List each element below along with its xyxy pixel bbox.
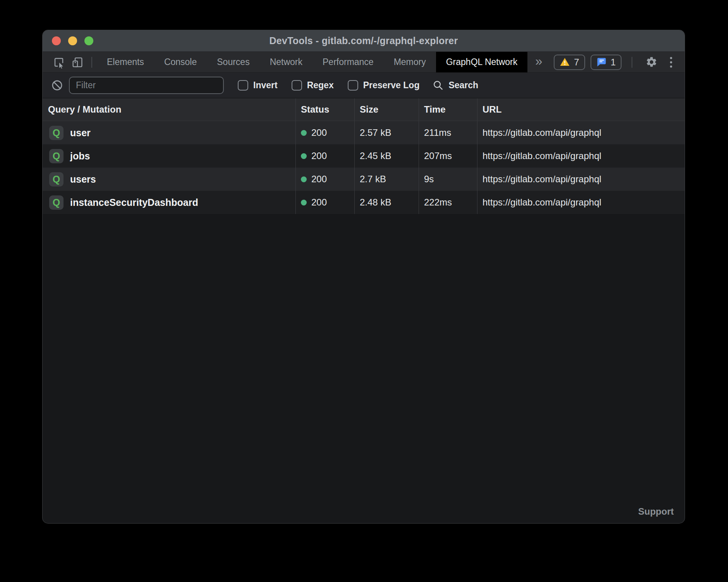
panel-empty-area: Support bbox=[43, 214, 685, 523]
status-code: 200 bbox=[311, 174, 327, 185]
status-code: 200 bbox=[311, 197, 327, 208]
more-options-button[interactable] bbox=[666, 56, 676, 69]
search-toggle[interactable]: Search bbox=[433, 80, 478, 91]
inspect-element-button[interactable] bbox=[50, 52, 68, 72]
settings-button[interactable] bbox=[642, 56, 661, 68]
col-header-url[interactable]: URL bbox=[477, 98, 685, 121]
more-vert-icon bbox=[669, 56, 673, 69]
table-row-instancesecuritydashboard[interactable]: Q instanceSecurityDashboard 200 2.48 kB … bbox=[43, 191, 685, 214]
checkbox-preserve-log[interactable]: Preserve Log bbox=[348, 80, 420, 91]
support-link[interactable]: Support bbox=[638, 506, 674, 517]
checkbox-invert[interactable]: Invert bbox=[238, 80, 278, 91]
time-value: 207ms bbox=[424, 151, 452, 161]
query-name: instanceSecurityDashboard bbox=[70, 197, 198, 208]
filter-input[interactable] bbox=[69, 77, 224, 94]
gear-icon bbox=[646, 56, 658, 68]
col-header-size[interactable]: Size bbox=[355, 98, 419, 121]
time-value: 222ms bbox=[424, 197, 452, 208]
tab-network[interactable]: Network bbox=[260, 52, 312, 72]
url-value: https://gitlab.com/api/graphql bbox=[482, 174, 601, 185]
block-icon bbox=[51, 79, 63, 91]
search-label: Search bbox=[448, 80, 478, 91]
minimize-button[interactable] bbox=[68, 36, 77, 45]
checkbox-label: Invert bbox=[253, 80, 278, 91]
issues-count: 1 bbox=[611, 57, 616, 68]
size-value: 2.48 kB bbox=[360, 197, 391, 208]
tab-performance[interactable]: Performance bbox=[312, 52, 384, 72]
filter-bar: Invert Regex Preserve Log Search bbox=[43, 73, 685, 98]
devtools-window: DevTools - gitlab.com/-/graphql-explorer… bbox=[43, 30, 685, 523]
query-type-letter: Q bbox=[53, 151, 60, 162]
checkbox-input[interactable] bbox=[348, 80, 358, 91]
tab-elements[interactable]: Elements bbox=[97, 52, 154, 72]
toggle-device-toolbar-button[interactable] bbox=[68, 52, 87, 72]
toolbar-right: 7 1 bbox=[554, 52, 685, 72]
inspect-icon bbox=[53, 56, 65, 68]
search-icon bbox=[433, 80, 444, 91]
tab-memory[interactable]: Memory bbox=[384, 52, 436, 72]
checkbox-input[interactable] bbox=[238, 80, 248, 91]
query-type-letter: Q bbox=[53, 174, 60, 185]
tab-console[interactable]: Console bbox=[154, 52, 207, 72]
table-row-user[interactable]: Q user 200 2.57 kB 211ms https://gitlab.… bbox=[43, 121, 685, 144]
query-type-badge: Q bbox=[49, 172, 64, 187]
size-value: 2.57 kB bbox=[360, 127, 391, 138]
checkbox-regex[interactable]: Regex bbox=[292, 80, 334, 91]
traffic-lights bbox=[52, 30, 93, 51]
table-header: Query / Mutation Status Size Time URL bbox=[43, 98, 685, 121]
query-name: jobs bbox=[70, 151, 90, 162]
status-ok-dot bbox=[301, 153, 307, 159]
checkbox-label: Regex bbox=[307, 80, 334, 91]
status-ok-dot bbox=[301, 130, 307, 136]
window-title: DevTools - gitlab.com/-/graphql-explorer bbox=[270, 35, 458, 46]
titlebar: DevTools - gitlab.com/-/graphql-explorer bbox=[43, 30, 685, 52]
status-ok-dot bbox=[301, 200, 307, 205]
query-type-letter: Q bbox=[53, 127, 60, 139]
status-code: 200 bbox=[311, 151, 327, 161]
query-name: user bbox=[70, 127, 91, 139]
device-toolbar-icon bbox=[71, 56, 84, 68]
size-value: 2.7 kB bbox=[360, 174, 386, 185]
url-value: https://gitlab.com/api/graphql bbox=[482, 151, 601, 161]
col-header-time[interactable]: Time bbox=[419, 98, 477, 121]
message-bubble-icon bbox=[596, 57, 607, 67]
size-value: 2.45 kB bbox=[360, 151, 391, 161]
col-header-status[interactable]: Status bbox=[296, 98, 355, 121]
more-tabs-button[interactable]: » bbox=[527, 52, 550, 72]
table-row-users[interactable]: Q users 200 2.7 kB 9s https://gitlab.com… bbox=[43, 168, 685, 191]
query-type-badge: Q bbox=[49, 126, 64, 140]
col-header-query-mutation[interactable]: Query / Mutation bbox=[43, 98, 296, 121]
checkbox-input[interactable] bbox=[292, 80, 302, 91]
issues-button[interactable]: 1 bbox=[591, 55, 622, 70]
request-list: Q user 200 2.57 kB 211ms https://gitlab.… bbox=[43, 121, 685, 214]
query-type-letter: Q bbox=[53, 197, 60, 208]
clear-filter-button[interactable] bbox=[51, 79, 63, 91]
zoom-button[interactable] bbox=[84, 36, 93, 45]
query-type-badge: Q bbox=[49, 149, 64, 163]
toolbar-divider bbox=[91, 57, 92, 68]
warning-triangle-icon bbox=[560, 57, 570, 67]
table-row-jobs[interactable]: Q jobs 200 2.45 kB 207ms https://gitlab.… bbox=[43, 144, 685, 168]
warnings-button[interactable]: 7 bbox=[554, 55, 585, 70]
tab-sources[interactable]: Sources bbox=[207, 52, 259, 72]
status-ok-dot bbox=[301, 176, 307, 182]
status-code: 200 bbox=[311, 127, 327, 138]
close-button[interactable] bbox=[52, 36, 61, 45]
checkbox-label: Preserve Log bbox=[363, 80, 420, 91]
tab-strip: ElementsConsoleSourcesNetworkPerformance… bbox=[97, 52, 527, 72]
devtools-toolbar: ElementsConsoleSourcesNetworkPerformance… bbox=[43, 52, 685, 73]
warnings-count: 7 bbox=[574, 57, 579, 68]
url-value: https://gitlab.com/api/graphql bbox=[482, 197, 601, 208]
time-value: 9s bbox=[424, 174, 434, 185]
time-value: 211ms bbox=[424, 127, 451, 138]
chevron-double-icon: » bbox=[535, 55, 542, 67]
tab-graphql-network[interactable]: GraphQL Network bbox=[436, 52, 528, 72]
url-value: https://gitlab.com/api/graphql bbox=[482, 127, 601, 138]
query-name: users bbox=[70, 174, 96, 185]
filter-checkboxes: Invert Regex Preserve Log bbox=[224, 80, 419, 91]
toolbar-divider bbox=[632, 57, 632, 68]
query-type-badge: Q bbox=[49, 195, 64, 210]
